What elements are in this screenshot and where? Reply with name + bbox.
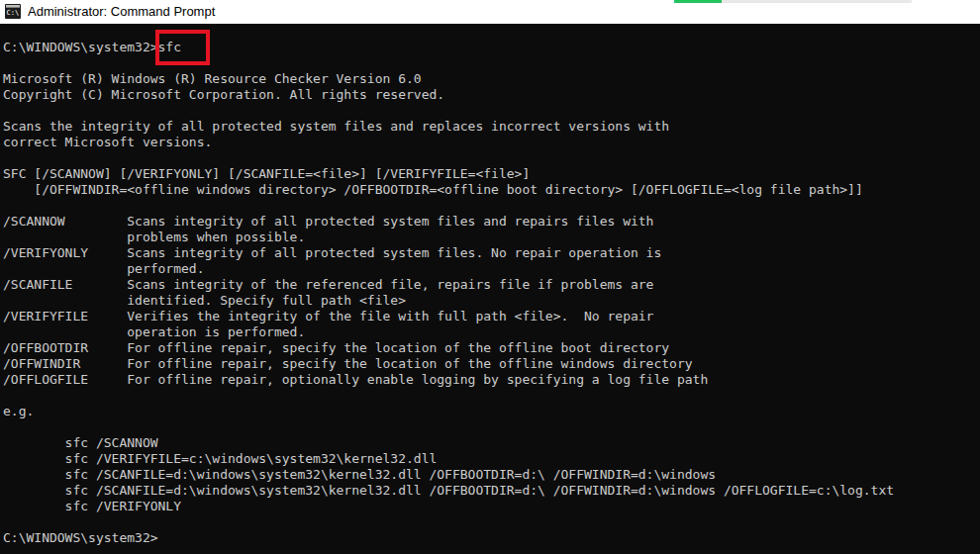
terminal-line: e.g.: [3, 404, 980, 419]
terminal-line: /SCANFILE Scans integrity of the referen…: [3, 277, 980, 293]
terminal-line: Microsoft (R) Windows (R) Resource Check…: [3, 71, 980, 87]
terminal-line: operation is performed.: [3, 324, 980, 340]
terminal-line: [3, 150, 980, 166]
terminal-line: identified. Specify full path <file>: [3, 293, 980, 309]
terminal-line: sfc /SCANFILE=d:\windows\system32\kernel…: [3, 467, 980, 483]
terminal-line: C:\WINDOWS\system32>sfc: [3, 40, 980, 55]
terminal-line: /OFFLOGFILE For offline repair, optional…: [3, 372, 980, 388]
progress-bar-fill: [674, 0, 722, 3]
cmd-window: C:\ Administrator: Command Prompt C:\WIN…: [0, 0, 980, 554]
terminal-line: /SCANNOW Scans integrity of all protecte…: [3, 214, 980, 230]
icon-window-titlebar: [6, 5, 20, 8]
terminal-line: performed.: [3, 261, 980, 277]
terminal-line: SFC [/SCANNOW] [/VERIFYONLY] [/SCANFILE=…: [3, 166, 980, 182]
progress-bar-track: [722, 0, 912, 3]
terminal-line: [3, 514, 980, 530]
terminal-line: [3, 419, 980, 435]
terminal-line: [3, 103, 980, 119]
terminal-line: Copyright (C) Microsoft Corporation. All…: [3, 87, 980, 103]
window-title: Administrator: Command Prompt: [28, 0, 215, 24]
icon-prompt-glyph: C:\: [7, 9, 20, 17]
terminal-line: sfc /VERIFYFILE=c:\windows\system32\kern…: [3, 451, 980, 467]
terminal-output: C:\WINDOWS\system32>sfcMicrosoft (R) Win…: [3, 40, 980, 546]
terminal-line: Scans the integrity of all protected sys…: [3, 119, 980, 135]
terminal-line: /VERIFYFILE Verifies the integrity of th…: [3, 309, 980, 324]
terminal-line: sfc /VERIFYONLY: [3, 499, 980, 514]
terminal-line: [/OFFWINDIR=<offline windows directory> …: [3, 182, 980, 198]
terminal-line: /OFFBOOTDIR For offline repair, specify …: [3, 340, 980, 356]
terminal-line: /OFFWINDIR For offline repair, specify t…: [3, 356, 980, 372]
terminal-line: /VERIFYONLY Scans integrity of all prote…: [3, 245, 980, 261]
terminal-line: [3, 388, 980, 404]
terminal-line: sfc /SCANFILE=d:\windows\system32\kernel…: [3, 483, 980, 499]
progress-bar: [674, 0, 912, 3]
title-bar[interactable]: C:\ Administrator: Command Prompt: [0, 0, 980, 24]
terminal-line: sfc /SCANNOW: [3, 435, 980, 451]
terminal-line: C:\WINDOWS\system32>: [3, 530, 980, 546]
terminal-line: [3, 55, 980, 71]
terminal-line: correct Microsoft versions.: [3, 135, 980, 150]
terminal-line: [3, 198, 980, 214]
terminal[interactable]: C:\WINDOWS\system32>sfcMicrosoft (R) Win…: [0, 24, 980, 554]
command-prompt-icon: C:\: [5, 4, 21, 19]
terminal-line: problems when possible.: [3, 230, 980, 245]
